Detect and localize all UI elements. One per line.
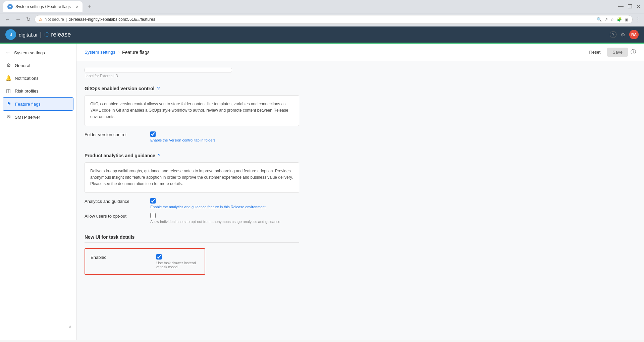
extension-icon[interactable]: 🧩 (617, 17, 622, 22)
breadcrumb-separator: › (118, 50, 119, 55)
address-bar: ← → ↻ ⚠ Not secure | xl-release-nightly.… (0, 13, 644, 26)
gitops-help-icon[interactable]: ? (157, 86, 160, 91)
breadcrumb-help-icon[interactable]: ⓘ (631, 49, 636, 56)
sidebar-label-risk-profiles: Risk profiles (15, 89, 39, 94)
gitops-description: GitOps-enabled version control allows yo… (85, 95, 299, 126)
bookmark-icon[interactable]: ☆ (610, 17, 614, 22)
optout-hint: Allow individual users to opt-out from a… (150, 220, 280, 224)
label-external-id-row: Label for External ID (85, 68, 299, 78)
analytics-checkbox[interactable] (150, 198, 156, 204)
security-icon: ⚠ (39, 17, 43, 22)
window-maximize-button[interactable]: ❐ (628, 3, 632, 10)
optout-checkbox[interactable] (150, 213, 156, 218)
analytics-label: Analytics and guidance (85, 198, 145, 204)
browser-chrome: ● System settings / Feature flags - × + … (0, 0, 644, 13)
sidebar-label-feature-flags: Feature flags (15, 102, 41, 107)
window-minimize-button[interactable]: — (618, 3, 624, 10)
tab-title: System settings / Feature flags - (15, 4, 73, 9)
brand-release-text: release (51, 31, 71, 38)
notifications-icon: 🔔 (5, 75, 11, 81)
analytics-hint: Enable the analytics and guidance featur… (150, 205, 266, 209)
brand-separator: | (40, 31, 42, 39)
save-button[interactable]: Save (607, 48, 628, 57)
new-ui-section: New UI for task details Enabled Use task… (85, 234, 636, 275)
reset-button[interactable]: Reset (585, 48, 604, 57)
back-arrow-icon: ← (5, 50, 11, 56)
settings-icon[interactable]: ⚙ (621, 32, 625, 38)
avatar[interactable]: RA (629, 30, 639, 39)
sidebar-label-general: General (15, 63, 30, 68)
new-ui-highlighted-box: Enabled Use task drawer instead of task … (85, 248, 205, 275)
analytics-description: Delivers in-app walkthroughs, guidance a… (85, 162, 299, 193)
breadcrumb-current: Feature flags (122, 50, 150, 55)
new-ui-enabled-hint: Use task drawer instead of task modal (156, 261, 199, 269)
analytics-help-icon[interactable]: ? (158, 153, 161, 158)
url-prefix: Not secure (45, 17, 64, 22)
tab-close-icon[interactable]: × (76, 4, 78, 9)
breadcrumb-bar: System settings › Feature flags Reset Sa… (76, 44, 644, 61)
folder-version-control-hint: Enable the Version control tab in folder… (150, 138, 215, 142)
new-ui-enabled-checkbox[interactable] (156, 254, 162, 260)
new-ui-enabled-label: Enabled (91, 254, 151, 260)
gitops-section: GitOps enabled version control ? GitOps-… (85, 86, 636, 142)
forward-button[interactable]: → (14, 15, 22, 24)
url-separator: | (66, 17, 67, 22)
brand-digital-text: digital.ai (19, 32, 37, 38)
breadcrumb-parent-link[interactable]: System settings (85, 50, 115, 55)
search-icon[interactable]: 🔍 (597, 17, 602, 22)
main-content: System settings › Feature flags Reset Sa… (76, 44, 644, 340)
sidebar-item-general[interactable]: ⚙ General (0, 59, 76, 72)
brand-icon-release: ⬡ (44, 31, 50, 38)
back-button[interactable]: ← (3, 15, 11, 24)
reload-button[interactable]: ↻ (25, 15, 32, 24)
external-id-input (85, 68, 232, 72)
app-header: d digital.ai | ⬡ release ? ⚙ RA (0, 26, 644, 43)
general-icon: ⚙ (5, 62, 11, 68)
sidebar-collapse-button[interactable]: ‹ (0, 320, 76, 334)
new-tab-button[interactable]: + (85, 2, 94, 11)
share-icon[interactable]: ↗ (604, 17, 608, 22)
risk-profiles-icon: ◫ (5, 88, 11, 94)
url-bar[interactable]: ⚠ Not secure | xl-release-nightly.xebial… (35, 15, 633, 24)
collapse-icon: ‹ (69, 323, 71, 330)
sidebar-toggle-icon[interactable]: ▣ (625, 17, 628, 22)
sidebar-label-notifications: Notifications (15, 76, 39, 81)
browser-tab[interactable]: ● System settings / Feature flags - × (3, 1, 83, 12)
sidebar: ← System settings ⚙ General 🔔 Notificati… (0, 44, 76, 340)
help-icon[interactable]: ? (610, 31, 616, 38)
gitops-title: GitOps enabled version control (85, 86, 154, 91)
brand-logo-icon: d (5, 29, 16, 40)
url-text: xl-release-nightly.xebialabs.com:5516/#/… (69, 17, 155, 22)
sidebar-item-risk-profiles[interactable]: ◫ Risk profiles (0, 84, 76, 97)
window-close-button[interactable]: ✕ (636, 3, 641, 10)
feature-flags-icon: ⚑ (6, 101, 12, 107)
sidebar-back-label: System settings (14, 50, 45, 55)
sidebar-item-notifications[interactable]: 🔔 Notifications (0, 72, 76, 84)
analytics-section: Product analytics and guidance ? Deliver… (85, 153, 636, 224)
folder-version-control-checkbox[interactable] (150, 131, 156, 137)
sidebar-item-feature-flags[interactable]: ⚑ Feature flags (3, 97, 73, 111)
external-id-label: Label for External ID (85, 74, 299, 78)
smtp-icon: ✉ (5, 114, 11, 120)
brand: d digital.ai | ⬡ release (5, 29, 71, 40)
optout-label: Allow users to opt-out (85, 213, 145, 219)
folder-version-control-label: Folder version control (85, 131, 145, 137)
sidebar-item-smtp-server[interactable]: ✉ SMTP server (0, 111, 76, 123)
sidebar-back-button[interactable]: ← System settings (0, 46, 76, 59)
analytics-title: Product analytics and guidance (85, 153, 155, 158)
menu-icon[interactable]: ⋮ (635, 16, 641, 22)
tab-favicon: ● (7, 4, 13, 9)
new-ui-title: New UI for task details (85, 234, 135, 240)
sidebar-label-smtp-server: SMTP server (15, 115, 40, 120)
